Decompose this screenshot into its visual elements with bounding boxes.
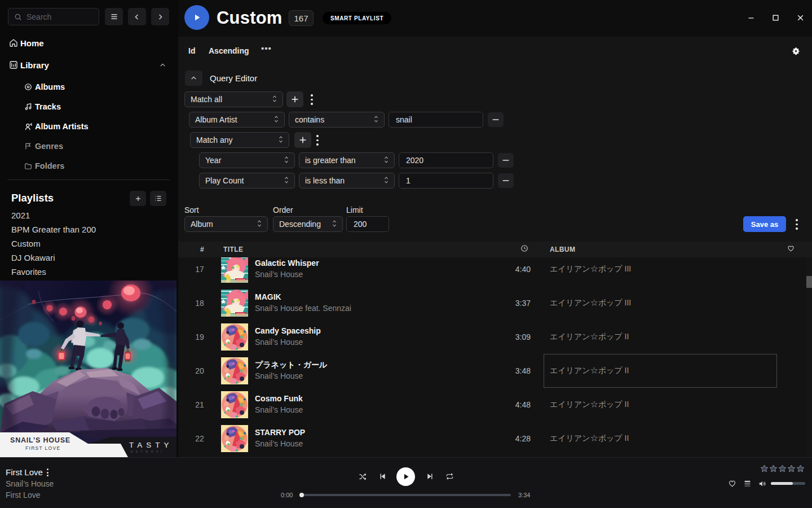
svg-text:SNAIL’S HOUSE: SNAIL’S HOUSE (10, 436, 70, 444)
svg-text:TASTY: TASTY (129, 441, 173, 449)
svg-text:BSTMRXI: BSTMRXI (131, 450, 165, 453)
svg-text:FIRST LOVE: FIRST LOVE (25, 445, 60, 451)
